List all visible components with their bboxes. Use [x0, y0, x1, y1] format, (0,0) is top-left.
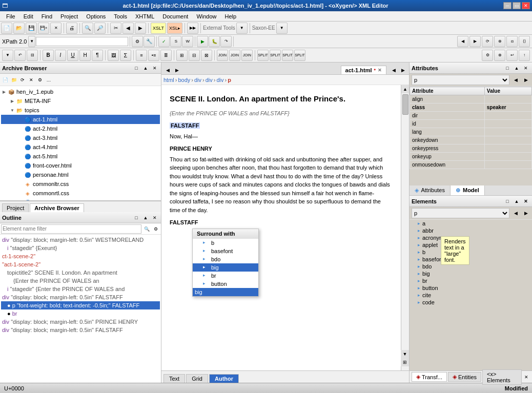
elements-nav-next[interactable]: ▶ [522, 209, 530, 217]
attr-element-select[interactable]: p [412, 75, 509, 85]
outline-max-btn[interactable]: ▲ [141, 214, 150, 222]
element-code[interactable]: ▸ code [410, 299, 532, 306]
ab-close-btn[interactable]: ✕ [151, 64, 159, 72]
debug-btn[interactable]: 🐛 [209, 36, 220, 47]
xslt-button[interactable]: XSLT [151, 23, 166, 34]
new-button[interactable]: 📄 [1, 23, 12, 34]
elements-select[interactable]: p [412, 208, 509, 218]
outline-item-1[interactable]: i "stagedir" {Exeunt} [1, 244, 160, 252]
split-btn3[interactable]: SPLIT [282, 50, 293, 61]
elements-max-btn[interactable]: ▲ [513, 197, 521, 205]
element-br[interactable]: ▸ br [410, 277, 532, 284]
close-tab-button[interactable]: ✕ [50, 23, 62, 34]
zoom-btn[interactable]: ⊕ [494, 36, 505, 47]
tree-act5[interactable]: 🔵 act-5.html [1, 152, 160, 161]
menu-b[interactable]: ▸ b [193, 239, 258, 247]
attr-row-id[interactable]: id [410, 120, 532, 128]
nav-next-btn[interactable]: ▶ [469, 36, 481, 47]
editor-tab-text[interactable]: Text [163, 374, 185, 383]
model-tab-model[interactable]: ⊕ Model [451, 185, 485, 195]
outline-item-3[interactable]: "act-1-scene-2" [1, 260, 160, 268]
editor-scrollbar[interactable]: ▲ ▼ ⊞ [401, 85, 409, 370]
attr-row-align[interactable]: align [410, 95, 532, 104]
tree-meta-inf[interactable]: ▶ 📁 META-INF [1, 96, 160, 106]
menu-help[interactable]: Help [221, 12, 241, 20]
heading-button[interactable]: H [79, 50, 91, 61]
tree-contentopf[interactable]: 🔵 content.opf [1, 198, 160, 200]
doc-nav-right[interactable]: ▶ [399, 66, 407, 74]
outline-item-5[interactable]: {Enter the PRINCE OF WALES an [1, 277, 160, 285]
find-next-button[interactable]: 🔎 [94, 23, 106, 34]
ol-button[interactable]: ≡ [136, 50, 147, 61]
archive-browser-tab[interactable]: Archive Browser [30, 203, 84, 212]
outline-item-9[interactable]: ● br [1, 309, 160, 318]
scroll-up-btn[interactable]: ▲ [401, 85, 409, 93]
outline-item-4[interactable]: topictitle2" SCENE II. London. An apartm… [1, 268, 160, 277]
ul-button[interactable]: •≡ [148, 50, 159, 61]
menu-basefont[interactable]: ▸ basefont [193, 247, 258, 255]
external-tools-btn[interactable]: ▼ [236, 23, 248, 34]
attr-val-onkeyup[interactable] [484, 153, 531, 161]
menu-bdo[interactable]: ▸ bdo [193, 255, 258, 263]
doc-tab-close-btn[interactable]: ✕ [378, 68, 382, 73]
ab-new-file-btn[interactable]: 📄 [1, 76, 9, 84]
open-button[interactable]: 📂 [13, 23, 25, 34]
image-button[interactable]: 🖼 [108, 50, 119, 61]
attr-max-btn[interactable]: ▲ [513, 64, 521, 72]
italic-button[interactable]: I [55, 50, 66, 61]
element-acronym[interactable]: ▸ acronym [410, 234, 532, 241]
ab-pin-btn[interactable]: □ [132, 64, 140, 72]
split-btn2[interactable]: SPLIT [270, 50, 281, 61]
tree-personae[interactable]: 🔵 personae.html [1, 170, 160, 179]
format-btn2[interactable]: ↶ [14, 50, 26, 61]
xpath-input[interactable] [36, 37, 128, 46]
breadcrumb-html[interactable]: html [163, 77, 174, 83]
toolbar2-btn1[interactable]: ⚙ [132, 36, 143, 47]
ab-options-btn[interactable]: … [45, 76, 53, 84]
tree-commonrtl[interactable]: ◈ commonrtl.css [1, 189, 160, 198]
find-replace-button[interactable]: 🔍 [82, 23, 93, 34]
model-tab-attributes[interactable]: ◈ Attributes [410, 185, 451, 195]
attr-val-align[interactable] [484, 95, 531, 104]
menu-document[interactable]: Document [158, 12, 192, 20]
attr-pin-btn[interactable]: □ [503, 64, 511, 72]
outline-search-btn[interactable]: 🔍 [142, 225, 151, 233]
attr-val-class[interactable]: speaker [484, 104, 531, 112]
format-right-btn4[interactable]: ↑ [519, 50, 530, 61]
attr-val-onmousedown[interactable] [484, 161, 531, 169]
menu-button[interactable]: ▸ button [193, 280, 258, 288]
format-btn1[interactable]: ▼ [2, 50, 13, 61]
element-basefont[interactable]: ▸ basefont [410, 256, 532, 263]
ab-new-folder-btn[interactable]: 📁 [10, 76, 18, 84]
attr-row-onmousedown[interactable]: onmousedown [410, 161, 532, 169]
ab-refresh-btn[interactable]: ⟳ [18, 76, 27, 84]
attr-row-onkeyup[interactable]: onkeyup [410, 153, 532, 161]
tree-root[interactable]: ▶ 📦 hen_iv_1.epub [1, 87, 160, 96]
close-button[interactable]: ✕ [522, 2, 530, 9]
list-button2[interactable]: ≣ [160, 50, 172, 61]
outline-item-11[interactable]: div "display: block; margin-left: 0.5in"… [1, 326, 160, 334]
print-button[interactable]: 🖨 [66, 23, 77, 34]
bold-button[interactable]: B [43, 50, 54, 61]
table-btn2[interactable]: ⊟ [189, 50, 200, 61]
outline-item-0[interactable]: div "display: block; margin-left: 0.5in"… [1, 236, 160, 244]
menu-file[interactable]: File [2, 12, 19, 20]
split-h-btn[interactable]: ⧈ [506, 36, 518, 47]
schema-btn[interactable]: S [170, 36, 181, 47]
element-a[interactable]: ▸ a [410, 220, 532, 227]
tree-act3[interactable]: 🔵 act-3.html [1, 133, 160, 142]
sigma-button[interactable]: Σ [120, 50, 131, 61]
step-btn[interactable]: ↷ [220, 36, 232, 47]
para-button[interactable]: ¶ [92, 50, 103, 61]
element-big[interactable]: ▸ big [410, 270, 532, 277]
menu-window[interactable]: Window [192, 12, 220, 20]
doc-next-btn[interactable]: ▶ [173, 66, 181, 74]
doc-nav-left[interactable]: ◀ [390, 66, 398, 74]
forward-button[interactable]: ▶ [135, 23, 146, 34]
tag-btn[interactable]: ⟨⟩ [519, 36, 530, 47]
outline-item-7[interactable]: div "display: block; margin-left: 0.5in"… [1, 293, 160, 301]
table-btn3[interactable]: ⊠ [201, 50, 212, 61]
outline-pin-btn[interactable]: □ [132, 214, 140, 222]
ab-settings-btn[interactable]: ⚙ [36, 76, 44, 84]
underline-button[interactable]: U [67, 50, 78, 61]
